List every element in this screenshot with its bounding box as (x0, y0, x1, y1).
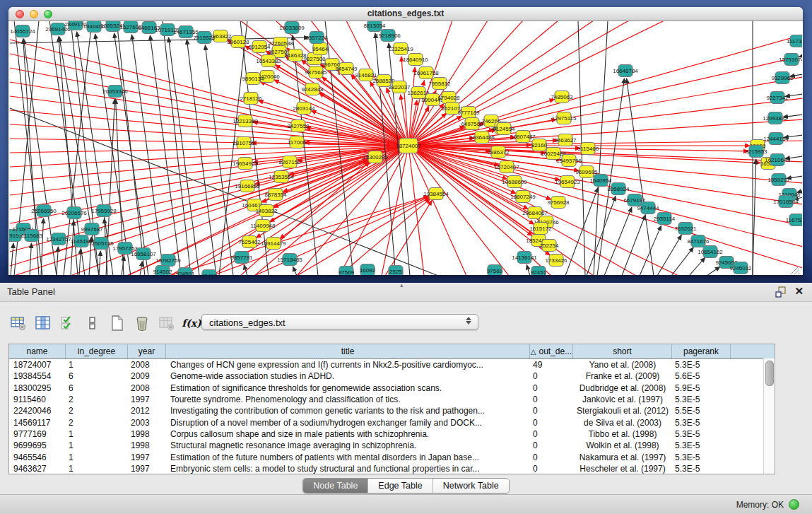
table-row[interactable]: 1830029562008Estimation of significance … (9, 382, 775, 394)
graph-node[interactable]: 16092 (360, 264, 376, 276)
float-panel-icon[interactable] (775, 286, 787, 298)
edge[interactable] (10, 96, 408, 146)
table-cell[interactable]: 0 (530, 440, 573, 450)
table-cell[interactable]: Yano et al. (2008) (573, 360, 672, 370)
edge[interactable] (408, 146, 802, 247)
table-cell[interactable]: Tibbo et al. (1998) (573, 429, 672, 439)
graph-node[interactable]: 10688609 (502, 176, 527, 188)
graph-node[interactable]: 12975115 (552, 112, 577, 124)
column-select-icon[interactable] (35, 315, 52, 332)
table-cell[interactable]: Genome-wide association studies in ADHD. (166, 371, 530, 381)
column-header-in_degree[interactable]: in_degree (66, 344, 128, 358)
graph-node[interactable]: 7632621 (674, 223, 697, 235)
graph-node[interactable]: 92451 (531, 267, 547, 276)
table-cell[interactable]: 9465546 (9, 452, 66, 462)
graph-node[interactable]: 1117333 (787, 35, 802, 47)
table-cell[interactable]: Nakamura et al. (1997) (573, 452, 672, 462)
checklist-icon[interactable] (59, 315, 76, 332)
network-view-window[interactable]: citations_edges.txt 18724007183002951938… (8, 7, 803, 275)
table-cell[interactable]: 1997 (128, 452, 166, 462)
table-cell[interactable]: 5.6E-5 (672, 371, 731, 381)
graph-node[interactable]: 18640910 (403, 54, 428, 66)
table-cell[interactable]: Dudbridge et al. (2008) (573, 383, 672, 393)
tab-network-table[interactable]: Network Table (433, 479, 509, 493)
table-cell[interactable]: 49 (530, 360, 573, 370)
graph-node[interactable]: 9227342 (766, 92, 789, 104)
table-cell[interactable]: 5.3E-5 (672, 440, 731, 450)
edge[interactable] (254, 197, 429, 275)
graph-node[interactable]: 7986372 (487, 146, 510, 158)
graph-node[interactable]: 8357224 (305, 32, 328, 44)
table-cell[interactable]: 1 (66, 440, 128, 450)
zoom-window-button[interactable] (44, 10, 52, 18)
column-header-pagerank[interactable]: pagerank (672, 344, 731, 358)
table-cell[interactable]: 0 (530, 371, 573, 381)
table-scrollbar[interactable] (763, 358, 775, 474)
table-cell[interactable]: 5.3E-5 (672, 360, 731, 370)
table-cell[interactable]: 9699695 (9, 440, 66, 450)
table-row[interactable]: 946362711997Embryonic stem cells: a mode… (9, 463, 775, 474)
graph-node[interactable]: 14136141 (512, 252, 537, 264)
table-cell[interactable]: 9115460 (9, 395, 66, 404)
table-cell[interactable]: 2003 (128, 418, 166, 428)
graph-node[interactable]: 97569 (339, 267, 355, 276)
graph-node[interactable]: 16782759 (155, 255, 181, 267)
tab-node-table[interactable]: Node Table (303, 479, 367, 493)
table-cell[interactable]: 2008 (128, 383, 166, 393)
edge[interactable] (587, 196, 616, 275)
graph-node[interactable]: 82160 (531, 139, 548, 151)
edge[interactable] (10, 40, 408, 146)
edge[interactable] (657, 235, 681, 275)
function-builder-icon[interactable]: f(x) (183, 315, 200, 332)
column-header-name[interactable]: name (9, 344, 66, 358)
graph-node[interactable]: 16033809 (279, 22, 305, 34)
edge[interactable] (408, 146, 466, 275)
edge[interactable] (622, 215, 645, 275)
graph-node[interactable]: 14055724 (10, 25, 35, 37)
tab-edge-table[interactable]: Edge Table (367, 479, 432, 493)
table-settings-icon[interactable] (10, 315, 27, 332)
table-cell[interactable]: 22420046 (9, 406, 66, 416)
edge[interactable] (526, 265, 530, 275)
table-cell[interactable]: Franke et al. (2009) (573, 371, 672, 381)
edge[interactable] (640, 226, 661, 275)
column-header-short[interactable]: short (573, 344, 672, 358)
close-window-button[interactable] (16, 10, 24, 18)
scrollbar-thumb[interactable] (765, 361, 774, 386)
graph-node[interactable]: 1733426 (545, 255, 567, 267)
edge[interactable] (707, 267, 720, 275)
resize-grip-icon[interactable] (791, 266, 799, 274)
graph-node[interactable]: 12505135 (88, 238, 114, 250)
table-cell[interactable]: 1998 (128, 429, 166, 439)
row-height-icon[interactable] (84, 315, 101, 332)
graph-node[interactable]: 2525 (389, 266, 403, 276)
table-cell[interactable]: 5.3E-5 (672, 452, 731, 462)
table-cell[interactable]: 18300295 (9, 383, 66, 393)
graph-node[interactable]: 9997587 (81, 223, 103, 235)
graph-node[interactable]: 1167533 (786, 214, 802, 226)
window-titlebar[interactable]: citations_edges.txt (8, 7, 803, 21)
table-cell[interactable]: 9463627 (9, 464, 66, 474)
table-cell[interactable]: 1 (66, 464, 128, 474)
table-cell[interactable]: 2009 (128, 371, 166, 381)
table-cell[interactable]: 0 (530, 395, 573, 404)
graph-node[interactable]: 1959297 (767, 174, 790, 186)
graph-node[interactable]: 12325419 (388, 43, 413, 55)
minimize-window-button[interactable] (30, 10, 38, 18)
table-cell[interactable]: 1 (66, 452, 128, 462)
table-cell[interactable]: 5.5E-5 (672, 406, 731, 416)
table-cell[interactable]: Hescheler et al. (1997) (573, 464, 672, 474)
table-cell[interactable]: 14569117 (9, 418, 66, 428)
table-row[interactable]: 1938455462009Genome-wide association stu… (9, 370, 775, 382)
table-row[interactable]: 1456911722003Disruption of a novel membe… (9, 416, 775, 428)
table-cell[interactable]: 1 (66, 360, 128, 370)
edge[interactable] (627, 78, 654, 275)
edge[interactable] (604, 207, 632, 275)
table-row[interactable]: 2242004622012Investigating the contribut… (9, 405, 775, 416)
edge[interactable] (10, 82, 408, 146)
graph-node[interactable]: 16648784 (613, 65, 638, 77)
graph-node[interactable]: 7485063 (551, 91, 573, 103)
table-cell[interactable]: 6 (66, 383, 128, 393)
table-cell[interactable]: Changes of HCN gene expression and I(f) … (166, 360, 530, 370)
table-cell[interactable]: 2 (66, 418, 128, 428)
